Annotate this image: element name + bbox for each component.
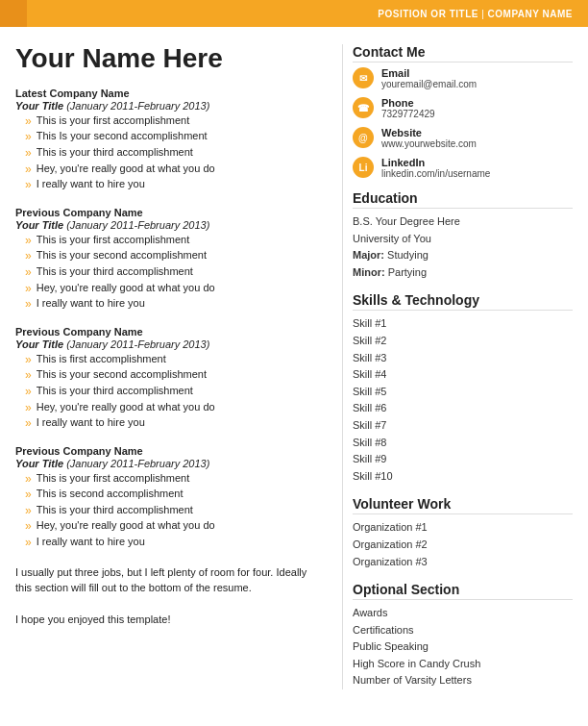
position-title-label: POSITION OR TITLE | COMPANY NAME (378, 9, 573, 19)
contact-value: 7329772429 (381, 109, 435, 119)
bullet-icon: » (25, 178, 32, 193)
list-item: »Hey, you're really good at what you do (25, 163, 323, 178)
job-section-3: Previous Company NameYour Title (January… (15, 445, 323, 551)
contact-row-3: LiLinkedInlinkedin.com/in/username (353, 157, 573, 179)
list-item: »This is your third accomplishment (25, 504, 323, 519)
job-section-0: Latest Company NameYour Title (January 2… (15, 88, 323, 193)
bullet-icon: » (25, 265, 32, 281)
optional-title: Optional Section (353, 582, 573, 600)
accomplishment-list-2: »This is first accomplishment»This is yo… (15, 353, 323, 432)
bullet-icon: » (25, 416, 32, 432)
jobs-container: Latest Company NameYour Title (January 2… (15, 88, 323, 551)
list-item: »I really want to hire you (25, 297, 323, 313)
accomplishment-list-0: »This is your first accomplishment»This … (15, 114, 323, 193)
contact-title: Contact Me (353, 44, 573, 63)
contact-icon-0: ✉ (353, 67, 374, 88)
list-item: »This Is your second accomplishment (25, 130, 323, 145)
list-item: Skill #8 (353, 435, 573, 452)
list-item: Skill #3 (353, 350, 573, 367)
accomplishment-list-3: »This is your first accomplishment»This … (15, 472, 323, 551)
bullet-icon: » (25, 163, 32, 178)
footer-line4: I hope you enjoyed this template! (15, 612, 323, 628)
name-heading: Your Name Here (15, 44, 323, 74)
job-title-line-1: Your Title (January 2011-February 2013) (15, 219, 323, 231)
footer-text: I usually put three jobs, but I left ple… (15, 564, 323, 628)
job-title-line-3: Your Title (January 2011-February 2013) (15, 458, 323, 469)
contact-icon-1: ☎ (353, 97, 374, 118)
bullet-icon: » (25, 297, 32, 313)
footer-line2: this section will fill out to the bottom… (15, 580, 323, 596)
top-orange-accent (0, 0, 27, 27)
contact-label: LinkedIn (381, 157, 490, 168)
company-name-2: Previous Company Name (15, 326, 323, 338)
list-item: Skill #1 (353, 315, 573, 333)
list-item: »This is your third accomplishment (25, 265, 323, 281)
list-item: Number of Varsity Letters (353, 672, 573, 689)
job-section-1: Previous Company NameYour Title (January… (15, 207, 323, 313)
accomplishment-list-1: »This is your first accomplishment»This … (15, 234, 323, 313)
bullet-icon: » (25, 472, 32, 488)
education-title: Education (353, 190, 573, 209)
contact-icon-2: @ (353, 127, 374, 148)
list-item: »I really want to hire you (25, 178, 323, 193)
job-title-line-0: Your Title (January 2011-February 2013) (15, 100, 323, 112)
list-item: Skill #7 (353, 417, 573, 435)
list-item: Skill #9 (353, 451, 573, 468)
bullet-icon: » (25, 114, 32, 130)
bullet-icon: » (25, 249, 32, 264)
bullet-icon: » (25, 401, 32, 416)
job-section-2: Previous Company NameYour Title (January… (15, 326, 323, 432)
bullet-icon: » (25, 282, 32, 297)
major-line: Major: Studying (353, 247, 573, 264)
bullet-icon: » (25, 385, 32, 400)
degree: B.S. Your Degree Here (353, 213, 573, 231)
list-item: »Hey, you're really good at what you do (25, 519, 323, 535)
volunteer-title: Volunteer Work (353, 496, 573, 514)
company-name-0: Latest Company Name (15, 88, 323, 99)
list-item: High Score in Candy Crush (353, 656, 573, 673)
contact-row-1: ☎Phone7329772429 (353, 97, 573, 119)
company-name-1: Previous Company Name (15, 207, 323, 218)
contact-label: Website (381, 127, 477, 138)
list-item: Organization #3 (353, 554, 573, 571)
list-item: Skill #6 (353, 400, 573, 417)
contact-container: ✉Emailyouremail@email.com☎Phone732977242… (353, 67, 573, 179)
minor-line: Minor: Partying (353, 264, 573, 282)
skills-title: Skills & Technology (353, 292, 573, 311)
list-item: »I really want to hire you (25, 416, 323, 432)
list-item: »Hey, you're really good at what you do (25, 401, 323, 416)
contact-label: Phone (381, 97, 435, 109)
list-item: »This is your first accomplishment (25, 114, 323, 130)
bullet-icon: » (25, 504, 32, 519)
bullet-icon: » (25, 488, 32, 503)
contact-value: youremail@email.com (381, 79, 477, 89)
list-item: »This is your third accomplishment (25, 146, 323, 162)
list-item: Organization #2 (353, 537, 573, 554)
list-item: Skill #2 (353, 333, 573, 350)
list-item: Skill #5 (353, 384, 573, 401)
contact-icon-3: Li (353, 157, 374, 178)
contact-label: Email (381, 67, 477, 79)
bullet-icon: » (25, 519, 32, 535)
list-item: »I really want to hire you (25, 536, 323, 551)
company-name-3: Previous Company Name (15, 445, 323, 457)
bullet-icon: » (25, 130, 32, 145)
list-item: »This is first accomplishment (25, 353, 323, 368)
footer-line1: I usually put three jobs, but I left ple… (15, 564, 323, 581)
list-item: »This is your first accomplishment (25, 472, 323, 488)
list-item: Awards (353, 605, 573, 622)
list-item: Certifications (353, 622, 573, 639)
list-item: »This is your first accomplishment (25, 234, 323, 249)
list-item: »This is your third accomplishment (25, 385, 323, 400)
volunteer-container: Organization #1Organization #2Organizati… (353, 519, 573, 570)
bullet-icon: » (25, 353, 32, 368)
right-column: Contact Me ✉Emailyouremail@email.com☎Pho… (342, 44, 573, 689)
left-column: Your Name Here Latest Company NameYour T… (15, 44, 342, 689)
contact-value: www.yourwebsite.com (381, 138, 477, 149)
list-item: Skill #10 (353, 468, 573, 486)
contact-detail-2: Websitewww.yourwebsite.com (381, 127, 477, 149)
list-item: Skill #4 (353, 366, 573, 384)
contact-row-0: ✉Emailyouremail@email.com (353, 67, 573, 89)
optional-container: AwardsCertificationsPublic SpeakingHigh … (353, 605, 573, 689)
contact-value: linkedin.com/in/username (381, 168, 490, 179)
